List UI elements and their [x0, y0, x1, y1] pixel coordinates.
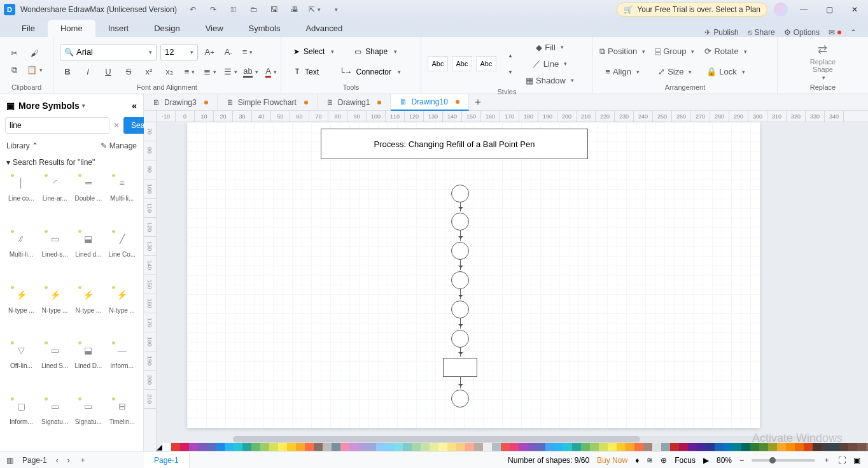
- doc-tab-simple-flowchart[interactable]: 🗎Simple Flowchart: [218, 94, 318, 111]
- menu-tab-advanced[interactable]: Advanced: [293, 20, 355, 37]
- color-swatch[interactable]: [207, 443, 216, 451]
- options-button[interactable]: ⚙Options: [784, 28, 820, 37]
- paste-button[interactable]: 📋▾: [27, 62, 43, 78]
- shape-item[interactable]: ▭Lined-s...: [39, 228, 71, 281]
- shape-item[interactable]: ⚡N-type ...: [106, 284, 138, 337]
- shape-item[interactable]: ═Double ...: [73, 172, 105, 225]
- color-swatch[interactable]: [296, 443, 305, 451]
- undo-button[interactable]: ↶: [186, 3, 200, 17]
- maximize-button[interactable]: ▢: [820, 2, 839, 17]
- color-swatch[interactable]: [848, 443, 857, 451]
- color-swatch[interactable]: [822, 443, 830, 451]
- page-surface[interactable]: Process: Changing Refill of a Ball Point…: [187, 122, 760, 428]
- bullets-button[interactable]: ≣▾: [202, 64, 218, 80]
- zoom-slider[interactable]: [752, 459, 815, 462]
- play-icon[interactable]: ▶: [703, 456, 709, 465]
- color-swatch[interactable]: [839, 443, 848, 451]
- flow-node-1[interactable]: [451, 185, 469, 202]
- shape-item[interactable]: ▭Lined S...: [39, 339, 71, 393]
- shadow-button[interactable]: ▦Shadow▾: [526, 73, 574, 88]
- print-button[interactable]: 🖶: [288, 3, 302, 17]
- color-swatch[interactable]: [474, 443, 483, 451]
- color-swatch[interactable]: [162, 443, 171, 451]
- fit-page-button[interactable]: ⛶: [838, 456, 846, 465]
- subscript-button[interactable]: x₂: [162, 64, 177, 80]
- color-swatch[interactable]: [314, 443, 323, 451]
- color-swatch[interactable]: [287, 443, 296, 451]
- color-swatch[interactable]: [465, 443, 474, 451]
- color-swatch[interactable]: [305, 443, 314, 451]
- color-swatch[interactable]: [804, 443, 813, 451]
- symbols-search-input[interactable]: [5, 117, 109, 134]
- manage-button[interactable]: ✎ Manage: [101, 141, 137, 150]
- shape-item[interactable]: —Inform...: [106, 339, 138, 393]
- superscript-button[interactable]: x²: [141, 64, 157, 80]
- color-swatch[interactable]: [180, 443, 189, 451]
- target-icon[interactable]: ⊕: [661, 456, 667, 465]
- zoom-in-button[interactable]: ＋: [823, 455, 830, 465]
- color-swatch[interactable]: [813, 443, 822, 451]
- color-swatch[interactable]: [216, 443, 225, 451]
- next-page-button[interactable]: ›: [67, 456, 70, 465]
- color-swatch[interactable]: [412, 443, 421, 451]
- color-swatch[interactable]: [679, 443, 688, 451]
- color-swatch[interactable]: [759, 443, 768, 451]
- export-button[interactable]: ⇱▾: [308, 3, 322, 17]
- highlight-button[interactable]: ab▾: [243, 64, 258, 80]
- flow-node-7-rect[interactable]: [443, 358, 477, 377]
- flow-node-8[interactable]: [451, 390, 469, 408]
- color-swatch[interactable]: [554, 443, 563, 451]
- horizontal-scrollbar[interactable]: [233, 436, 818, 443]
- style-preset-3[interactable]: Abc: [476, 56, 496, 71]
- color-swatch[interactable]: [242, 443, 251, 451]
- color-swatch[interactable]: [786, 443, 795, 451]
- shape-item[interactable]: ▢Inform...: [5, 395, 38, 449]
- color-swatch[interactable]: [501, 443, 510, 451]
- color-swatch[interactable]: [349, 443, 358, 451]
- user-avatar[interactable]: [774, 3, 788, 17]
- prev-page-button[interactable]: ‹: [56, 456, 59, 465]
- color-swatch[interactable]: [652, 443, 661, 451]
- process-title-box[interactable]: Process: Changing Refill of a Ball Point…: [321, 129, 588, 159]
- redo-button[interactable]: ↷: [206, 3, 220, 17]
- clear-search-button[interactable]: ✕: [113, 121, 120, 130]
- color-swatch[interactable]: [768, 443, 777, 451]
- shape-tool[interactable]: ▭Shape▾: [349, 43, 403, 60]
- color-swatch[interactable]: [269, 443, 278, 451]
- flow-connector[interactable]: [460, 318, 461, 329]
- collapse-ribbon-button[interactable]: ⌃: [850, 28, 857, 37]
- color-swatch[interactable]: [563, 443, 572, 451]
- menu-tab-insert[interactable]: Insert: [95, 20, 142, 37]
- position-button[interactable]: ⧉Position▾: [599, 44, 645, 59]
- cut-button[interactable]: ✂: [6, 46, 22, 61]
- color-swatch[interactable]: [251, 443, 260, 451]
- color-swatch[interactable]: [706, 443, 715, 451]
- style-preset-1[interactable]: Abc: [428, 56, 448, 71]
- align-text-button[interactable]: ≡▾: [240, 45, 255, 60]
- color-swatch[interactable]: [670, 443, 679, 451]
- color-swatch[interactable]: [394, 443, 403, 451]
- color-swatch[interactable]: [421, 443, 430, 451]
- select-tool[interactable]: ➤Select▾: [288, 43, 340, 60]
- trial-banner[interactable]: 🛒Your Free Trial is over. Select a Plan: [617, 3, 767, 17]
- fullscreen-button[interactable]: ▣: [853, 456, 860, 465]
- color-swatch[interactable]: [403, 443, 412, 451]
- menu-file[interactable]: File: [9, 20, 48, 37]
- color-swatch[interactable]: [447, 443, 456, 451]
- numbering-button[interactable]: ☰▾: [223, 64, 238, 80]
- focus-label[interactable]: Focus: [675, 456, 696, 465]
- shape-item[interactable]: ⊟Timelin...: [106, 395, 138, 449]
- flow-connector[interactable]: [460, 289, 461, 299]
- color-swatch[interactable]: [171, 443, 180, 451]
- flow-node-3[interactable]: [451, 242, 469, 260]
- color-swatch[interactable]: [608, 443, 617, 451]
- canvas[interactable]: -100102030405060708090100110120130140150…: [144, 111, 868, 451]
- color-swatch[interactable]: [830, 443, 839, 451]
- scrollbar-thumb[interactable]: [233, 436, 640, 443]
- shape-item[interactable]: │Line co...: [5, 172, 38, 225]
- color-swatch[interactable]: [715, 443, 724, 451]
- flow-connector[interactable]: [460, 260, 461, 270]
- color-swatch[interactable]: [661, 443, 670, 451]
- color-swatch[interactable]: [634, 443, 643, 451]
- underline-button[interactable]: U: [101, 64, 116, 80]
